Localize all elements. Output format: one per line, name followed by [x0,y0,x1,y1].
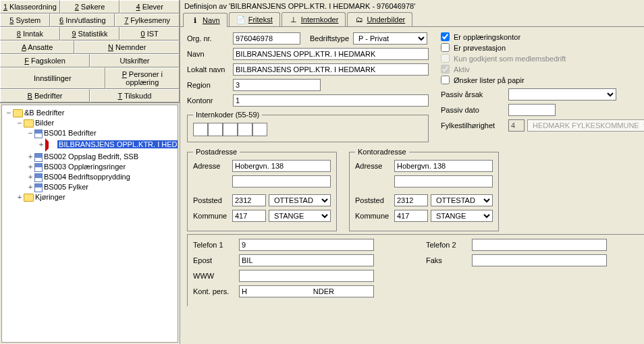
expand-icon[interactable]: + [26,172,34,182]
select-kont-kom[interactable]: STANGE [431,210,493,222]
input-kont-komnr[interactable] [394,210,428,222]
label-passivarsak: Passiv årsak [441,90,508,98]
check-onskerlister[interactable] [441,76,450,84]
menu-bedrifter[interactable]: B Bedrifter [0,89,90,103]
input-epost[interactable] [239,254,374,266]
label-post-adresse: Adresse [193,162,232,170]
menu-fagskolen[interactable]: F Fagskolen [0,54,90,67]
menu-elever[interactable]: 4 Elever [119,0,180,13]
input-code4[interactable] [238,123,252,136]
group-kontoradresse: Kontoradresse Adresse Poststed OTTESTAD … [349,148,499,231]
nav-tree[interactable]: −&B Bedrifter −Bilder −BS001 Bedrifter +… [1,105,178,343]
menu-innstillinger[interactable]: Innstillinger [0,67,105,89]
expand-icon[interactable]: + [26,162,34,172]
menu-ist[interactable]: 0 IST [119,27,180,40]
tree-selected[interactable]: BILBRANSJENS OPPL.KTR. I HED [57,140,178,148]
select-kont-sted[interactable]: OTTESTAD [431,194,493,206]
expand-icon[interactable]: − [16,118,24,128]
form-icon [34,130,43,138]
input-kontonr[interactable] [233,94,429,107]
menu-statistikk[interactable]: 9 Statistikk [60,27,120,40]
label-orgnr: Org. nr. [187,34,233,42]
form-icon [34,153,43,162]
group-contact: Telefon 1 Epost WWW Kont. pers. Telefon … [187,234,644,306]
input-kontpers[interactable] [239,285,374,297]
legend-postadresse: Postadresse [193,148,240,156]
expand-icon[interactable]: + [16,192,24,202]
input-kont-adresse2[interactable] [394,175,493,188]
form-icon [34,173,43,182]
menu-ansatte[interactable]: A Ansatte [0,40,74,54]
menu-personer[interactable]: P Personer i opplæring [105,67,180,89]
check-opplkontor[interactable] [441,32,450,41]
tree-bs005[interactable]: BS005 Fylker [44,183,88,191]
menu-system[interactable]: 5 System [0,13,50,27]
label-faks: Faks [426,256,472,264]
tree-root[interactable]: &B Bedrifter [24,109,64,117]
tree-bs001[interactable]: BS001 Bedrifter [44,129,97,137]
label-post-kommune: Kommune [193,212,232,220]
expand-icon[interactable]: − [5,108,13,118]
input-faks[interactable] [472,254,607,266]
tree-bilder[interactable]: Bilder [35,119,54,127]
tree-bs004[interactable]: BS004 Bedriftsopprydding [44,173,130,181]
expand-icon[interactable]: + [37,140,45,150]
tab-navn[interactable]: ℹNavn [183,13,227,27]
select-post-kom[interactable]: STANGE [269,210,331,222]
label-epost: Epost [193,256,239,264]
expand-icon[interactable]: + [26,182,34,192]
menu-fylkesmeny[interactable]: 7 Fylkesmeny [115,13,180,27]
form-body: Org. nr. Bedriftstype P - Privat Navn Lo… [180,27,644,344]
select-post-sted[interactable]: OTTESTAD [269,194,331,206]
input-www[interactable] [239,270,374,282]
menu-innutlasting[interactable]: 6 Inn/utlasting [50,13,115,27]
menu-klasseordning[interactable]: 1 Klasseordning [0,0,60,13]
input-code1[interactable] [193,123,208,136]
input-code5[interactable] [252,123,267,136]
right-panel: Definisjon av 'BILBRANSJENS OPPL.KTR. I … [180,0,644,344]
expand-icon[interactable]: + [26,152,34,162]
flag-icon [45,138,55,152]
input-telefon1[interactable] [239,239,374,251]
label-lokaltnavn: Lokalt navn [187,65,233,74]
folder-icon [13,109,23,117]
menu-tilskudd[interactable]: T Tilskudd [90,89,180,103]
tab-internkoder[interactable]: ⊥Internkoder [281,12,346,26]
menu-utskrifter[interactable]: Utskrifter [90,54,180,67]
check-provestasjon[interactable] [441,43,450,52]
expand-icon[interactable]: − [26,128,34,138]
input-code3[interactable] [223,123,238,136]
input-post-komnr[interactable] [232,210,266,222]
input-post-adresse[interactable] [232,160,331,172]
form-icon [34,163,43,172]
label-aktiv: Aktiv [454,65,470,74]
tree-kjoringer[interactable]: Kjøringer [35,193,65,201]
input-telefon2[interactable] [472,239,607,251]
input-code2[interactable] [208,123,223,136]
input-post-nr[interactable] [232,194,266,206]
label-opplkontor: Er opplæringskontor [454,33,520,41]
codes-icon: ⊥ [289,15,298,24]
label-www: WWW [193,272,239,280]
label-navn: Navn [187,50,233,58]
input-lokaltnavn[interactable] [233,63,429,76]
tree-bs003[interactable]: BS003 Opplæringsringer [44,163,126,171]
tab-underbilder[interactable]: 🗂Underbilder [347,12,412,26]
menu-inntak[interactable]: 8 Inntak [0,27,60,40]
menu-nemnder[interactable]: N Nemnder [74,40,180,54]
tree-bs002[interactable]: BS002 Oppslag Bedrift, SSB [44,152,138,161]
input-kont-adresse[interactable] [394,160,493,172]
input-region[interactable] [233,79,321,91]
select-passivarsak[interactable] [508,88,616,101]
input-kont-nr[interactable] [394,194,428,206]
menu-sokere[interactable]: 2 Søkere [60,0,120,13]
folder-icon [24,194,34,202]
select-bedriftstype[interactable]: P - Privat [353,32,427,45]
input-passivdato[interactable] [508,104,556,116]
input-navn[interactable] [233,48,429,60]
input-orgnr[interactable] [233,32,300,45]
form-icon [34,183,43,192]
input-post-adresse2[interactable] [232,175,331,188]
tab-fritekst[interactable]: 📄Fritekst [229,12,280,26]
legend-internkoder: Internkoder (55-59) [193,111,262,119]
